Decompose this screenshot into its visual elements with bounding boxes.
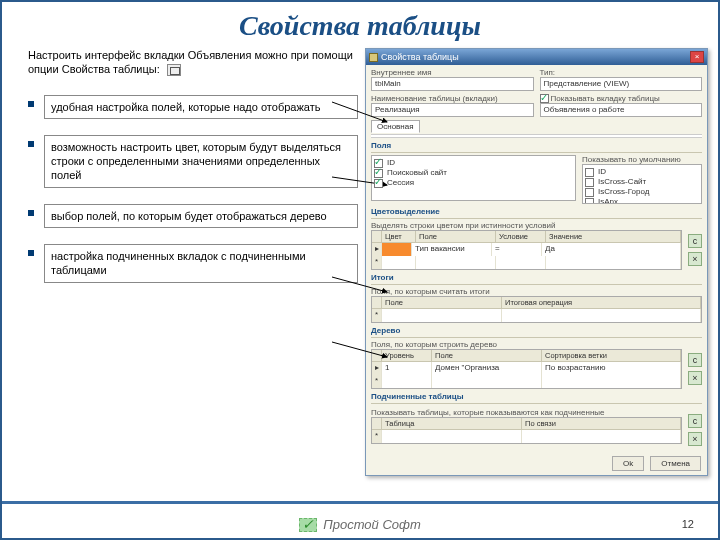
colors-grid[interactable]: ЦветПолеУсловиеЗначение ▸Тип вакансии=Да… (371, 230, 682, 270)
properties-icon (167, 64, 181, 76)
bullet-3: выбор полей, по которым будет отображать… (44, 204, 358, 228)
sub-grid[interactable]: ТаблицаПо связи * (371, 417, 682, 444)
bullet-marker (28, 210, 34, 216)
slide-title: Свойства таблицы (2, 2, 718, 48)
remove-button[interactable]: × (688, 432, 702, 446)
app-icon (369, 53, 378, 62)
add-button[interactable]: с (688, 353, 702, 367)
add-button[interactable]: с (688, 234, 702, 248)
svg-line-3 (332, 342, 387, 357)
tree-hint: Поля, по которым строить дерево (371, 340, 682, 349)
bullet-marker (28, 101, 34, 107)
dialog-title: Свойства таблицы (381, 52, 459, 62)
desc-input[interactable]: Объявления о работе (540, 103, 703, 117)
brand-check-icon (299, 518, 317, 532)
ok-button[interactable]: Ok (612, 456, 644, 471)
section-sub: Подчиненные таблицы (371, 392, 702, 401)
footer-divider (2, 501, 718, 504)
intro-text: Настроить интерфейс вкладки Объявления м… (28, 48, 358, 77)
caption-label: Наименование таблицы (вкладки) (371, 94, 534, 103)
fields-left-list[interactable]: ID Поисковый сайт Сессия (371, 155, 576, 201)
properties-dialog: Свойства таблицы × Внутреннее имя tblMai… (365, 48, 708, 476)
cancel-button[interactable]: Отмена (650, 456, 701, 471)
tree-grid[interactable]: УровеньПолеСортировка ветки ▸1Домен "Орг… (371, 349, 682, 389)
fields-right-list[interactable]: ID IsCross-Сайт IsCross-Город IsАрх (582, 164, 702, 204)
remove-button[interactable]: × (688, 371, 702, 385)
type-label: Тип: (540, 68, 703, 77)
caption-input[interactable]: Реализация (371, 103, 534, 117)
sub-hint: Показывать таблицы, которые показываются… (371, 408, 682, 417)
close-icon[interactable]: × (690, 51, 704, 63)
fields-hint: Показывать по умолчанию (582, 155, 702, 164)
bullet-marker (28, 141, 34, 147)
section-tree: Дерево (371, 326, 702, 335)
show-tab-label: Показывать вкладку таблицы (551, 94, 660, 103)
show-tab-checkbox[interactable] (540, 94, 549, 103)
name-input[interactable]: tblMain (371, 77, 534, 91)
brand: Простой Софт (299, 517, 420, 532)
totals-grid[interactable]: ПолеИтоговая операция * (371, 296, 702, 323)
bullet-2: возможность настроить цвет, которым буду… (44, 135, 358, 188)
section-totals: Итоги (371, 273, 702, 282)
bullet-marker (28, 250, 34, 256)
arrows (332, 82, 392, 442)
add-button[interactable]: с (688, 414, 702, 428)
name-label: Внутреннее имя (371, 68, 534, 77)
colors-hint: Выделять строки цветом при истинности ус… (371, 221, 682, 230)
svg-line-0 (332, 102, 387, 122)
section-colors: Цветовыделение (371, 207, 702, 216)
section-fields: Поля (371, 141, 702, 150)
bullet-1: удобная настройка полей, которые надо от… (44, 95, 358, 119)
totals-hint: Поля, по которым считать итоги (371, 287, 702, 296)
bullet-4: настройка подчиненных вкладок с подчинен… (44, 244, 358, 283)
svg-line-2 (332, 277, 387, 292)
type-input[interactable]: Представление (VIEW) (540, 77, 703, 91)
page-number: 12 (682, 518, 694, 530)
remove-button[interactable]: × (688, 252, 702, 266)
